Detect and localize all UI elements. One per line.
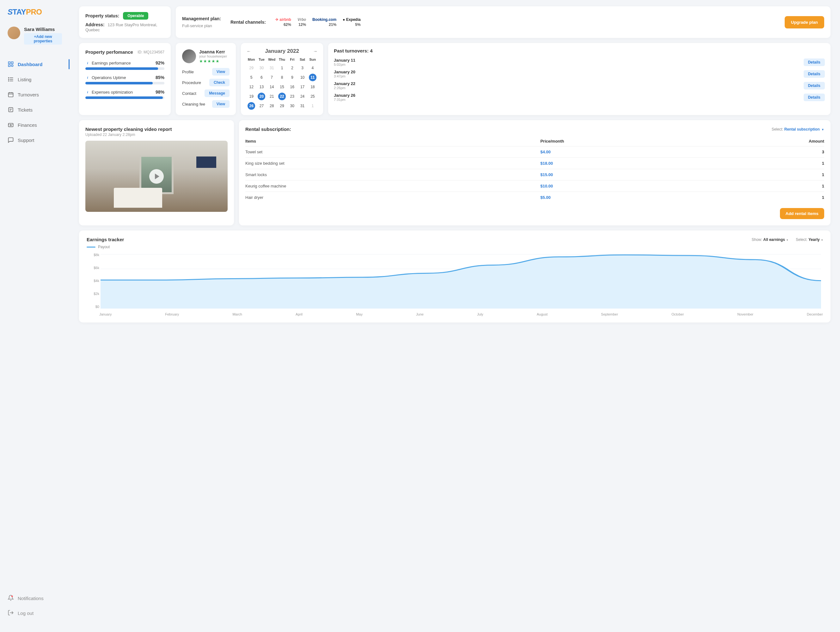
y-tick: $6k (87, 266, 99, 270)
profile-block: Sara Williams +Add new properties (0, 27, 69, 54)
bottom-nav-notifications[interactable]: Notifications (0, 591, 69, 606)
calendar-day[interactable]: 25 (309, 93, 316, 100)
subscription-row: Keurig coffee machine$10.001 (245, 180, 824, 192)
housekeeper-avatar[interactable] (182, 49, 196, 63)
svg-point-21 (11, 596, 13, 597)
subscription-select[interactable]: Select: Rental subscription ▼ (772, 127, 824, 131)
calendar-day[interactable]: 3 (299, 64, 306, 72)
info-icon[interactable]: i (85, 75, 90, 80)
calendar-day[interactable]: 11 (309, 74, 316, 81)
item-amount: 1 (712, 158, 824, 169)
show-filter[interactable]: Show: All earnings ▾ (752, 237, 788, 242)
calendar-day[interactable]: 20 (258, 93, 265, 100)
svg-rect-14 (8, 107, 13, 112)
channel-vrbo: Vrbo12% (297, 17, 306, 27)
calendar-day[interactable]: 10 (299, 74, 306, 81)
calendar-day[interactable]: 6 (258, 74, 265, 81)
calendar-day[interactable]: 28 (268, 102, 276, 110)
keeper-row-label: Profile (182, 70, 194, 74)
keeper-view-button[interactable]: View (212, 68, 229, 76)
calendar-day[interactable]: 14 (268, 83, 276, 91)
calendar-day[interactable]: 9 (288, 74, 296, 81)
logo-s: S (8, 8, 13, 16)
upgrade-plan-button[interactable]: Upgrade plan (785, 16, 824, 28)
nav-item-tickets[interactable]: Tickets (0, 102, 69, 117)
calendar-day[interactable]: 19 (248, 93, 255, 100)
x-tick: March (232, 312, 242, 316)
item-name: Smart locks (245, 169, 540, 180)
x-tick: April (295, 312, 303, 316)
calendar-day[interactable]: 18 (309, 83, 316, 91)
turnover-details-button[interactable]: Details (804, 58, 825, 66)
channel-brand: ✈ airbnb (275, 17, 291, 22)
calendar-day[interactable]: 29 (278, 102, 286, 110)
calendar-day[interactable]: 4 (309, 64, 316, 72)
calendar-day[interactable]: 27 (258, 102, 265, 110)
svg-point-3 (11, 65, 13, 67)
add-rental-items-button[interactable]: Add rental items (780, 208, 824, 219)
info-icon[interactable]: i (85, 61, 90, 65)
calendar-day[interactable]: 23 (288, 93, 296, 100)
calendar-day[interactable]: 15 (278, 83, 286, 91)
logo-tay: TAY (13, 8, 26, 16)
calendar-day[interactable]: 1 (309, 102, 316, 110)
add-property-button[interactable]: +Add new properties (24, 33, 62, 44)
nav-item-listing[interactable]: Listing (0, 72, 69, 87)
calendar-day[interactable]: 8 (278, 74, 286, 81)
avatar[interactable] (8, 27, 20, 39)
calendar-dow: Fri (287, 57, 297, 63)
calendar-day[interactable]: 12 (248, 83, 255, 91)
calendar-prev-button[interactable]: ← (246, 49, 251, 54)
x-tick: September (601, 312, 618, 316)
video-thumbnail[interactable] (85, 141, 227, 212)
calendar-dow: Mon (246, 57, 256, 63)
channel-pct: 62% (284, 22, 291, 27)
item-name: Hair dryer (245, 192, 540, 203)
calendar-day[interactable]: 21 (268, 93, 276, 100)
calendar-day[interactable]: 17 (299, 83, 306, 91)
keeper-view-button[interactable]: View (212, 100, 229, 108)
turnover-details-button[interactable]: Details (804, 82, 825, 90)
calendar-day[interactable]: 5 (248, 74, 255, 81)
calendar-day[interactable]: 13 (258, 83, 265, 91)
calendar-next-button[interactable]: → (313, 49, 317, 54)
bottom-nav-log-out[interactable]: Log out (0, 606, 69, 621)
select-filter[interactable]: Select: Yearly ▾ (796, 237, 823, 242)
nav-item-turnovers[interactable]: Turnovers (0, 87, 69, 102)
calendar-day[interactable]: 7 (268, 74, 276, 81)
calendar-day[interactable]: 31 (268, 64, 276, 72)
play-icon[interactable] (149, 169, 164, 184)
turnover-details-button[interactable]: Details (804, 93, 825, 101)
bottom-nav-list: NotificationsLog out (0, 591, 69, 624)
keeper-row-label: Contact (182, 91, 196, 96)
perf-id: ID: MQ1234567 (137, 50, 164, 54)
nav-item-finances[interactable]: Finances (0, 117, 69, 133)
sidebar: STAYPRO Sara Williams +Add new propertie… (0, 0, 69, 632)
keeper-check-button[interactable]: Check (209, 79, 229, 86)
keeper-row: Cleaning feeView (182, 100, 229, 108)
keeper-message-button[interactable]: Message (205, 90, 229, 97)
x-tick: May (356, 312, 363, 316)
calendar-day[interactable]: 31 (299, 102, 306, 110)
calendar-day[interactable]: 29 (248, 64, 255, 72)
col-items: Items (245, 136, 540, 146)
bell-icon (8, 595, 14, 602)
turnover-details-button[interactable]: Details (804, 70, 825, 78)
calendar-day[interactable]: 16 (288, 83, 296, 91)
plan-value: Full-service plan (182, 24, 212, 28)
svg-point-18 (10, 124, 11, 125)
info-icon[interactable]: i (85, 90, 90, 94)
calendar-day[interactable]: 1 (278, 64, 286, 72)
calendar-day[interactable]: 22 (278, 93, 286, 100)
calendar-day[interactable]: 24 (299, 93, 306, 100)
calendar-day[interactable]: 30 (288, 102, 296, 110)
calendar-day[interactable]: 26 (248, 102, 255, 110)
calendar-day[interactable]: 30 (258, 64, 265, 72)
nav-item-support[interactable]: Support (0, 133, 69, 148)
housekeeper-role: your housekeeper (199, 54, 227, 58)
nav-item-dashboard[interactable]: Dashboard (0, 57, 69, 72)
x-tick: June (416, 312, 424, 316)
calendar-card: ← January 2022 → MonTueWedThuFriSatSun29… (241, 43, 323, 115)
subscription-row: King size bedding set$18.001 (245, 158, 824, 169)
calendar-day[interactable]: 2 (288, 64, 296, 72)
